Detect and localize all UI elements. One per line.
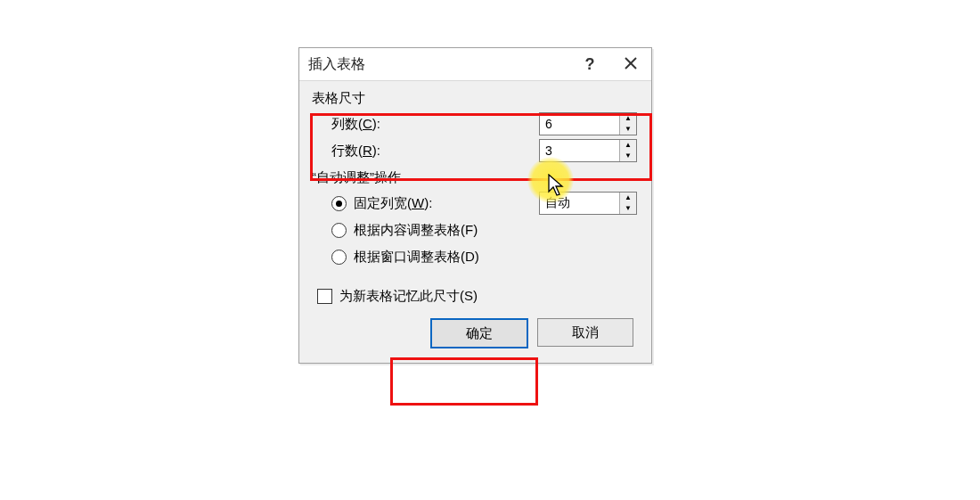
rows-label: 行数(R): <box>331 143 539 160</box>
window-post: ) <box>475 249 479 264</box>
rows-hotkey: R <box>363 143 372 158</box>
ok-button[interactable]: 确定 <box>430 318 528 348</box>
remember-label: 为新表格记忆此尺寸(S) <box>339 288 478 305</box>
autofit-fixed-label: 固定列宽(W): <box>354 195 432 212</box>
rows-label-pre: 行数( <box>331 143 363 158</box>
window-hotkey: D <box>465 249 475 264</box>
autofit-content-row[interactable]: 根据内容调整表格(F) <box>299 217 651 243</box>
columns-label: 列数(C): <box>331 116 539 133</box>
columns-row: 列数(C): 6 ▲ ▼ <box>299 111 651 137</box>
window-pre: 根据窗口调整表格( <box>354 249 465 264</box>
help-button[interactable]: ? <box>569 48 610 80</box>
rows-stepper[interactable]: 3 ▲ ▼ <box>539 139 637 162</box>
remember-pre: 为新表格记忆此尺寸( <box>339 288 464 303</box>
dialog-buttons: 确定 取消 <box>299 318 651 350</box>
section-size-label: 表格尺寸 <box>299 85 651 111</box>
dialog-title: 插入表格 <box>308 55 569 74</box>
autofit-fixed-row: 固定列宽(W): 自动 ▲ ▼ <box>299 190 651 217</box>
rows-label-post: ): <box>372 143 380 158</box>
checkbox-icon[interactable] <box>317 289 332 304</box>
fixed-width-stepper[interactable]: 自动 ▲ ▼ <box>539 192 637 215</box>
columns-label-post: ): <box>372 116 380 131</box>
chevron-up-icon[interactable]: ▲ <box>620 140 636 151</box>
section-autofit-label: “自动调整”操作 <box>299 164 651 190</box>
radio-icon[interactable] <box>331 196 347 211</box>
fixed-pre: 固定列宽( <box>354 195 412 210</box>
chevron-down-icon[interactable]: ▼ <box>620 151 636 161</box>
titlebar: 插入表格 ? <box>299 48 651 81</box>
content-hotkey: F <box>465 222 473 237</box>
autofit-content-label: 根据内容调整表格(F) <box>354 222 478 239</box>
fixed-width-value[interactable]: 自动 <box>540 195 619 211</box>
chevron-down-icon[interactable]: ▼ <box>620 203 636 214</box>
fixed-width-arrows[interactable]: ▲ ▼ <box>619 193 636 214</box>
columns-stepper[interactable]: 6 ▲ ▼ <box>539 112 637 135</box>
close-button[interactable] <box>610 48 651 80</box>
cancel-button[interactable]: 取消 <box>537 318 633 347</box>
rows-row: 行数(R): 3 ▲ ▼ <box>299 137 651 164</box>
remember-hotkey: S <box>464 288 473 303</box>
autofit-fixed-option[interactable]: 固定列宽(W): <box>331 195 539 212</box>
autofit-window-label: 根据窗口调整表格(D) <box>354 249 479 266</box>
rows-stepper-arrows[interactable]: ▲ ▼ <box>619 140 636 161</box>
fixed-hotkey: W <box>412 195 424 210</box>
insert-table-dialog: 插入表格 ? 表格尺寸 列数(C): 6 ▲ ▼ 行数(R): <box>298 47 652 364</box>
highlight-ok-button <box>390 357 538 406</box>
chevron-down-icon[interactable]: ▼ <box>620 124 636 135</box>
dialog-body: 表格尺寸 列数(C): 6 ▲ ▼ 行数(R): 3 ▲ ▼ <box>299 81 651 363</box>
radio-icon[interactable] <box>331 250 347 265</box>
columns-stepper-arrows[interactable]: ▲ ▼ <box>619 113 636 135</box>
autofit-window-row[interactable]: 根据窗口调整表格(D) <box>299 243 651 270</box>
content-post: ) <box>473 222 478 237</box>
columns-value[interactable]: 6 <box>540 117 619 131</box>
columns-hotkey: C <box>363 116 372 131</box>
chevron-up-icon[interactable]: ▲ <box>620 113 636 124</box>
rows-value[interactable]: 3 <box>540 143 619 158</box>
close-icon <box>625 55 637 74</box>
content-pre: 根据内容调整表格( <box>354 222 465 237</box>
chevron-up-icon[interactable]: ▲ <box>620 193 636 203</box>
fixed-post: ): <box>424 195 432 210</box>
radio-icon[interactable] <box>331 223 347 238</box>
remember-post: ) <box>473 288 478 303</box>
columns-label-pre: 列数( <box>331 116 363 131</box>
remember-row[interactable]: 为新表格记忆此尺寸(S) <box>299 283 651 309</box>
